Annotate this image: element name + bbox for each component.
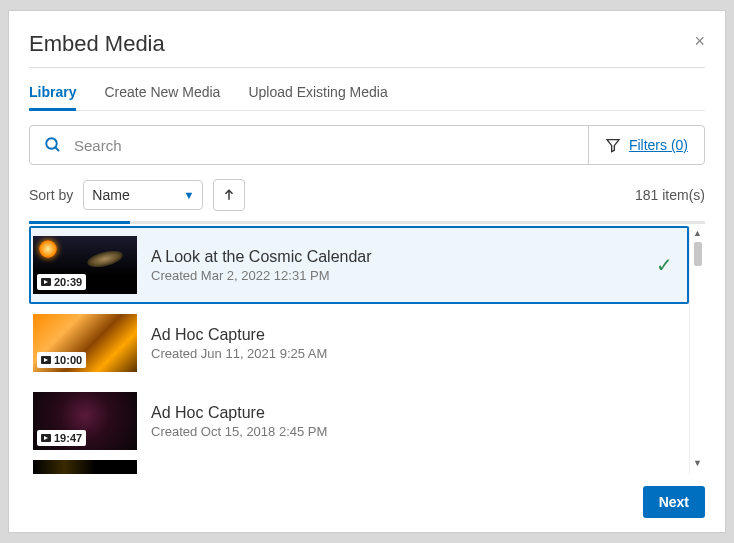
thumbnail: 20:39 bbox=[33, 236, 137, 294]
selected-check-icon: ✓ bbox=[656, 253, 673, 277]
arrow-up-icon bbox=[222, 188, 236, 202]
svg-marker-2 bbox=[607, 140, 619, 152]
filters-button[interactable]: Filters (0) bbox=[588, 126, 704, 164]
search-row: Filters (0) bbox=[29, 125, 705, 165]
dialog-body: Library Create New Media Upload Existing… bbox=[29, 67, 705, 518]
tab-upload-existing-media[interactable]: Upload Existing Media bbox=[248, 78, 387, 110]
scroll-up-icon[interactable]: ▲ bbox=[693, 228, 702, 242]
thumbnail: 10:00 bbox=[33, 314, 137, 372]
close-button[interactable]: × bbox=[694, 31, 705, 52]
thumbnail bbox=[33, 460, 137, 474]
duration-badge: 10:00 bbox=[37, 352, 86, 368]
scroll-down-icon[interactable]: ▼ bbox=[693, 458, 702, 472]
sort-value: Name bbox=[92, 187, 129, 203]
filters-label: Filters (0) bbox=[629, 137, 688, 153]
list-item[interactable]: 19:47 Ad Hoc Capture Created Oct 15, 201… bbox=[29, 382, 689, 460]
play-icon bbox=[41, 356, 51, 364]
search-box[interactable] bbox=[30, 126, 588, 164]
item-meta: A Look at the Cosmic Calendar Created Ma… bbox=[151, 248, 656, 283]
search-input[interactable] bbox=[74, 137, 574, 154]
dialog-title: Embed Media bbox=[29, 31, 165, 57]
tab-create-new-media[interactable]: Create New Media bbox=[104, 78, 220, 110]
duration-badge: 20:39 bbox=[37, 274, 86, 290]
scroll-thumb[interactable] bbox=[694, 242, 702, 266]
filter-icon bbox=[605, 137, 621, 153]
svg-line-1 bbox=[55, 147, 59, 151]
play-icon bbox=[41, 278, 51, 286]
scroll-track[interactable] bbox=[694, 242, 702, 458]
item-title: Ad Hoc Capture bbox=[151, 404, 681, 422]
search-icon bbox=[44, 136, 62, 154]
svg-point-0 bbox=[46, 138, 57, 149]
list-item[interactable]: 10:00 Ad Hoc Capture Created Jun 11, 202… bbox=[29, 304, 689, 382]
thumbnail: 19:47 bbox=[33, 392, 137, 450]
media-list-container: 20:39 A Look at the Cosmic Calendar Crea… bbox=[29, 226, 705, 474]
item-title: A Look at the Cosmic Calendar bbox=[151, 248, 656, 266]
embed-media-dialog: Embed Media × Library Create New Media U… bbox=[8, 10, 726, 533]
sort-label: Sort by bbox=[29, 187, 73, 203]
duration-badge: 19:47 bbox=[37, 430, 86, 446]
sort-direction-button[interactable] bbox=[213, 179, 245, 211]
sort-select[interactable]: Name ▼ bbox=[83, 180, 203, 210]
tab-bar: Library Create New Media Upload Existing… bbox=[29, 68, 705, 111]
dialog-header: Embed Media × bbox=[9, 11, 725, 67]
list-item[interactable]: 20:39 A Look at the Cosmic Calendar Crea… bbox=[29, 226, 689, 304]
item-count: 181 item(s) bbox=[635, 187, 705, 203]
chevron-down-icon: ▼ bbox=[183, 189, 194, 201]
item-subtitle: Created Jun 11, 2021 9:25 AM bbox=[151, 346, 681, 361]
list-item[interactable] bbox=[29, 460, 689, 474]
scrollbar[interactable]: ▲ ▼ bbox=[689, 226, 705, 474]
dialog-footer: Next bbox=[29, 486, 705, 518]
item-subtitle: Created Mar 2, 2022 12:31 PM bbox=[151, 268, 656, 283]
progress-bar bbox=[29, 221, 705, 224]
tab-library[interactable]: Library bbox=[29, 78, 76, 110]
item-title: Ad Hoc Capture bbox=[151, 326, 681, 344]
item-subtitle: Created Oct 15, 2018 2:45 PM bbox=[151, 424, 681, 439]
media-list[interactable]: 20:39 A Look at the Cosmic Calendar Crea… bbox=[29, 226, 689, 474]
item-meta: Ad Hoc Capture Created Oct 15, 2018 2:45… bbox=[151, 404, 681, 439]
sort-row: Sort by Name ▼ 181 item(s) bbox=[29, 179, 705, 211]
next-button[interactable]: Next bbox=[643, 486, 705, 518]
item-meta: Ad Hoc Capture Created Jun 11, 2021 9:25… bbox=[151, 326, 681, 361]
play-icon bbox=[41, 434, 51, 442]
